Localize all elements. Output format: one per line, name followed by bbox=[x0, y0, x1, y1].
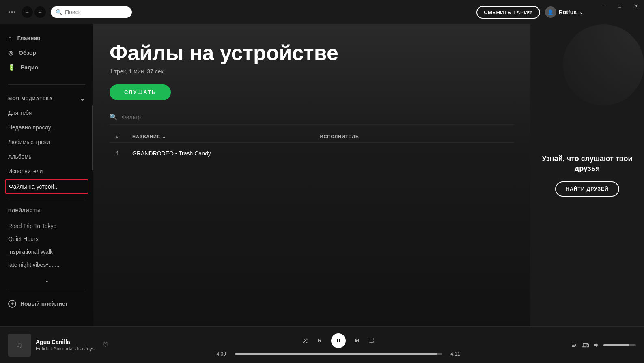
sidebar-item-albums[interactable]: Альбомы bbox=[0, 149, 93, 164]
queue-button[interactable] bbox=[571, 342, 577, 348]
filter-bar: 🔍 bbox=[110, 110, 514, 125]
sidebar-divider-3 bbox=[8, 289, 85, 289]
browse-icon: ◎ bbox=[8, 49, 13, 56]
track-name: GRANDRODEO - Trash Candy bbox=[132, 150, 320, 157]
sidebar-item-for-you[interactable]: Для тебя bbox=[0, 105, 93, 120]
playlists-section: Road Trip To Tokyo Quiet Hours Inspirati… bbox=[0, 216, 93, 275]
avatar-icon: 👤 bbox=[547, 9, 554, 15]
chevron-down-icon[interactable]: ⌄ bbox=[579, 9, 583, 15]
close-button[interactable]: ✕ bbox=[628, 0, 644, 12]
devices-button[interactable] bbox=[582, 342, 589, 348]
scroll-down-indicator[interactable]: ⌄ bbox=[0, 275, 93, 286]
filter-input[interactable] bbox=[122, 114, 193, 120]
sidebar-item-home[interactable]: ⌂ Главная bbox=[0, 31, 93, 45]
home-icon: ⌂ bbox=[8, 35, 11, 41]
username-label: Rotfus bbox=[559, 9, 577, 15]
playlist-item-late-night[interactable]: late night vibes⁴... ... bbox=[0, 258, 93, 271]
tracks-table: # НАЗВАНИЕ ▲ ИСПОЛНИТЕЛЬ 1 GRANDRODEO - … bbox=[110, 131, 514, 161]
bottom-player: ♫ Agua Canilla Entidad Animada, Joa Joys… bbox=[0, 326, 644, 363]
player-artist-name: Entidad Animada, Joa Joys bbox=[36, 346, 95, 352]
search-icon: 🔍 bbox=[56, 9, 62, 15]
upgrade-button[interactable]: СМЕНИТЬ ТАРИФ bbox=[476, 6, 540, 19]
user-info[interactable]: 👤 Rotfus ⌄ bbox=[545, 6, 583, 18]
main-content: ⌂ Главная ◎ Обзор 🔋 Радио МОЯ МЕДИАТЕКА … bbox=[0, 24, 644, 326]
repeat-button[interactable] bbox=[368, 337, 375, 344]
sidebar-item-liked-songs[interactable]: Любимые треки bbox=[0, 135, 93, 149]
player-right-controls bbox=[555, 342, 636, 348]
nav-back-button[interactable]: ← bbox=[22, 6, 33, 18]
minimize-button[interactable]: ─ bbox=[595, 0, 612, 12]
right-panel: Узнай, что слушают твои друзья НАЙТИ ДРУ… bbox=[530, 24, 644, 326]
new-playlist-label: Новый плейлист bbox=[20, 301, 68, 307]
maximize-button[interactable]: □ bbox=[612, 0, 628, 12]
playlist-item-road-trip[interactable]: Road Trip To Tokyo bbox=[0, 219, 93, 232]
volume-bar[interactable] bbox=[603, 344, 636, 346]
sidebar-item-radio[interactable]: 🔋 Радио bbox=[0, 60, 93, 75]
col-artist: ИСПОЛНИТЕЛЬ bbox=[320, 134, 508, 139]
nav-arrows: ← → bbox=[22, 6, 46, 18]
sidebar-divider-2 bbox=[8, 198, 85, 198]
my-library-section-title: МОЯ МЕДИАТЕКА ⌄ bbox=[0, 88, 93, 105]
sidebar-item-label: Радио bbox=[21, 64, 38, 71]
player-track-info: ♫ Agua Canilla Entidad Animada, Joa Joys… bbox=[8, 334, 122, 357]
progress-bar[interactable] bbox=[235, 353, 442, 355]
volume-control bbox=[594, 342, 636, 348]
find-friends-button[interactable]: НАЙТИ ДРУЗЕЙ bbox=[555, 181, 619, 197]
album-art: ♫ bbox=[8, 334, 31, 357]
player-buttons bbox=[302, 333, 375, 348]
avatar: 👤 bbox=[545, 6, 556, 18]
music-icon: ♫ bbox=[17, 340, 23, 350]
track-details: Agua Canilla Entidad Animada, Joa Joys bbox=[36, 339, 95, 352]
search-input[interactable] bbox=[65, 9, 127, 15]
col-name[interactable]: НАЗВАНИЕ ▲ bbox=[132, 134, 320, 139]
shuffle-button[interactable] bbox=[302, 337, 308, 344]
track-number: 1 bbox=[116, 150, 132, 157]
page-subtitle: 1 трек, 1 мин. 37 сек. bbox=[110, 68, 514, 75]
page-title: Файлы на устройстве bbox=[110, 41, 514, 65]
main-panel: Файлы на устройстве 1 трек, 1 мин. 37 се… bbox=[93, 24, 530, 326]
player-controls: 4:09 4:11 bbox=[130, 333, 547, 357]
chevron-down-icon: ⌄ bbox=[44, 276, 50, 284]
sidebar-item-device-files[interactable]: Файлы на устрой... bbox=[5, 179, 88, 194]
app-container: ··· ← → 🔍 СМЕНИТЬ ТАРИФ 👤 Rotfus ⌄ ⌂ Гла… bbox=[0, 0, 644, 363]
sidebar-item-label: Главная bbox=[17, 35, 40, 41]
play-button[interactable]: СЛУШАТЬ bbox=[110, 84, 171, 100]
time-current: 4:09 bbox=[217, 351, 231, 357]
col-num: # bbox=[116, 134, 132, 139]
time-total: 4:11 bbox=[446, 351, 460, 357]
sidebar: ⌂ Главная ◎ Обзор 🔋 Радио МОЯ МЕДИАТЕКА … bbox=[0, 24, 93, 326]
sidebar-item-recent[interactable]: Недавно прослу... bbox=[0, 120, 93, 135]
search-box[interactable]: 🔍 bbox=[51, 6, 132, 18]
collapse-icon[interactable]: ⌄ bbox=[80, 95, 85, 102]
player-progress: 4:09 4:11 bbox=[217, 351, 460, 357]
sidebar-nav: ⌂ Главная ◎ Обзор 🔋 Радио bbox=[0, 24, 93, 81]
friends-title: Узнай, что слушают твои друзья bbox=[538, 154, 636, 173]
right-panel-content: Узнай, что слушают твои друзья НАЙТИ ДРУ… bbox=[530, 24, 644, 326]
progress-fill bbox=[235, 353, 438, 355]
radio-icon: 🔋 bbox=[8, 64, 15, 71]
player-track-name: Agua Canilla bbox=[36, 339, 95, 345]
sidebar-item-browse[interactable]: ◎ Обзор bbox=[0, 45, 93, 60]
sidebar-divider bbox=[8, 84, 85, 85]
playlist-item-inspirational-walk[interactable]: Inspirational Walk bbox=[0, 245, 93, 258]
add-icon: + bbox=[8, 300, 16, 308]
top-bar: ··· ← → 🔍 СМЕНИТЬ ТАРИФ 👤 Rotfus ⌄ bbox=[0, 0, 644, 24]
table-row[interactable]: 1 GRANDRODEO - Trash Candy bbox=[110, 146, 514, 161]
sidebar-item-artists[interactable]: Исполнители bbox=[0, 164, 93, 178]
new-playlist-button[interactable]: + Новый плейлист bbox=[0, 296, 93, 312]
sort-arrow-icon: ▲ bbox=[162, 135, 166, 139]
pause-button[interactable] bbox=[331, 333, 346, 348]
nav-forward-button[interactable]: → bbox=[34, 6, 46, 18]
playlists-section-title: ПЛЕЙЛИСТЫ bbox=[0, 202, 93, 216]
tracks-header: # НАЗВАНИЕ ▲ ИСПОЛНИТЕЛЬ bbox=[110, 131, 514, 143]
like-button[interactable]: ♡ bbox=[103, 341, 108, 349]
filter-search-icon: 🔍 bbox=[110, 113, 118, 121]
next-button[interactable] bbox=[354, 337, 360, 344]
sidebar-item-label: Обзор bbox=[19, 49, 36, 56]
playlist-item-quiet-hours[interactable]: Quiet Hours bbox=[0, 232, 93, 245]
prev-button[interactable] bbox=[317, 337, 323, 344]
menu-dots-icon[interactable]: ··· bbox=[8, 8, 17, 17]
volume-icon[interactable] bbox=[594, 342, 600, 348]
